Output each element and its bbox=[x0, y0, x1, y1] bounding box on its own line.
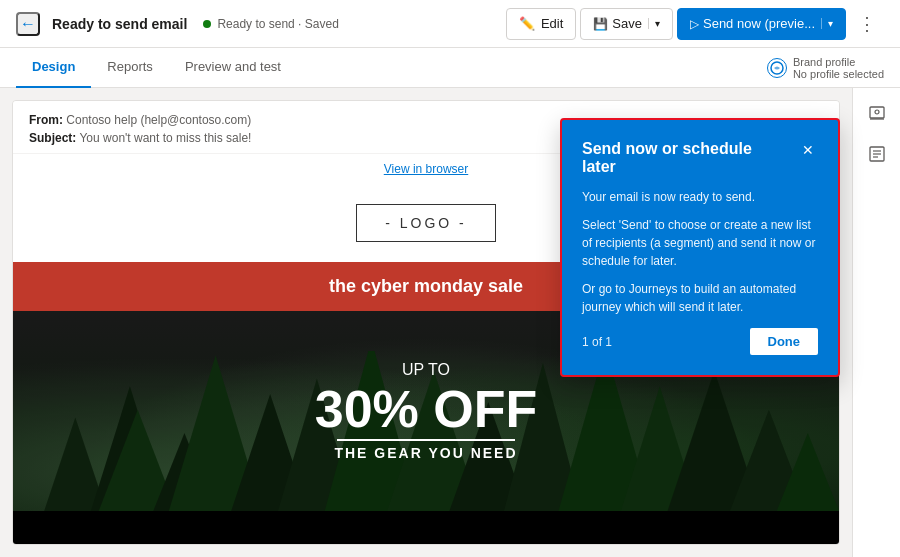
modal-title: Send now or schedule later bbox=[582, 140, 798, 176]
modal-body: Your email is now ready to send. Select … bbox=[582, 188, 818, 316]
email-logo-box: - LOGO - bbox=[356, 204, 496, 242]
back-icon: ← bbox=[20, 15, 36, 33]
discount-divider bbox=[337, 439, 515, 441]
right-sidebar bbox=[852, 88, 900, 557]
brand-profile-value: No profile selected bbox=[793, 68, 884, 80]
send-dropdown-icon[interactable]: ▾ bbox=[821, 18, 833, 29]
subject-value: You won't want to miss this sale! bbox=[79, 131, 251, 145]
brand-profile-area: Brand profile No profile selected bbox=[767, 56, 884, 80]
discount-up-to: UP TO bbox=[315, 361, 538, 379]
brand-profile-label: Brand profile bbox=[793, 56, 884, 68]
save-button[interactable]: 💾 Save ▾ bbox=[580, 8, 673, 40]
email-discount-text: UP TO 30% OFF THE GEAR YOU NEED bbox=[315, 361, 538, 461]
status-text: Ready to send · Saved bbox=[217, 17, 338, 31]
modal-body-para2: Select 'Send' to choose or create a new … bbox=[582, 216, 818, 270]
discount-tagline: THE GEAR YOU NEED bbox=[315, 445, 538, 461]
more-icon: ⋮ bbox=[858, 13, 876, 35]
tabbar: Design Reports Preview and test Brand pr… bbox=[0, 48, 900, 88]
users-icon bbox=[868, 105, 886, 123]
tab-reports[interactable]: Reports bbox=[91, 48, 169, 88]
send-icon: ▷ bbox=[690, 17, 699, 31]
topbar: ← Ready to send email Ready to send · Sa… bbox=[0, 0, 900, 48]
modal-body-para3: Or go to Journeys to build an automated … bbox=[582, 280, 818, 316]
list-icon bbox=[868, 145, 886, 163]
modal-close-button[interactable]: ✕ bbox=[798, 140, 818, 160]
modal-footer: 1 of 1 Done bbox=[582, 328, 818, 355]
modal-body-para1: Your email is now ready to send. bbox=[582, 188, 818, 206]
discount-amount: 30% OFF bbox=[315, 383, 538, 435]
svg-point-19 bbox=[875, 110, 879, 114]
brand-profile-icon bbox=[767, 58, 787, 78]
subject-label: Subject: bbox=[29, 131, 76, 145]
tab-preview[interactable]: Preview and test bbox=[169, 48, 297, 88]
more-options-button[interactable]: ⋮ bbox=[850, 7, 884, 41]
main-area: From: Contoso help (help@contoso.com) Su… bbox=[0, 88, 900, 557]
modal-header: Send now or schedule later ✕ bbox=[582, 140, 818, 176]
status-area: Ready to send · Saved bbox=[203, 17, 338, 31]
close-icon: ✕ bbox=[802, 142, 814, 158]
back-button[interactable]: ← bbox=[16, 12, 40, 36]
status-dot bbox=[203, 20, 211, 28]
save-icon: 💾 bbox=[593, 17, 608, 31]
from-value: Contoso help (help@contoso.com) bbox=[66, 113, 251, 127]
tab-design[interactable]: Design bbox=[16, 48, 91, 88]
from-label: From: bbox=[29, 113, 63, 127]
sidebar-list-icon-btn[interactable] bbox=[859, 136, 895, 172]
modal-pagination: 1 of 1 bbox=[582, 335, 612, 349]
brand-icon-svg bbox=[770, 61, 784, 75]
svg-rect-17 bbox=[870, 107, 884, 118]
sidebar-users-icon-btn[interactable] bbox=[859, 96, 895, 132]
topbar-actions: ✏️ Edit 💾 Save ▾ ▷ Send now (previe... ▾… bbox=[506, 7, 884, 41]
modal-done-button[interactable]: Done bbox=[750, 328, 819, 355]
edit-button[interactable]: ✏️ Edit bbox=[506, 8, 576, 40]
send-now-button[interactable]: ▷ Send now (previe... ▾ bbox=[677, 8, 846, 40]
save-dropdown-icon[interactable]: ▾ bbox=[648, 18, 660, 29]
page-title: Ready to send email bbox=[52, 16, 187, 32]
edit-icon: ✏️ bbox=[519, 16, 535, 31]
modal-popup: Send now or schedule later ✕ Your email … bbox=[560, 118, 840, 377]
